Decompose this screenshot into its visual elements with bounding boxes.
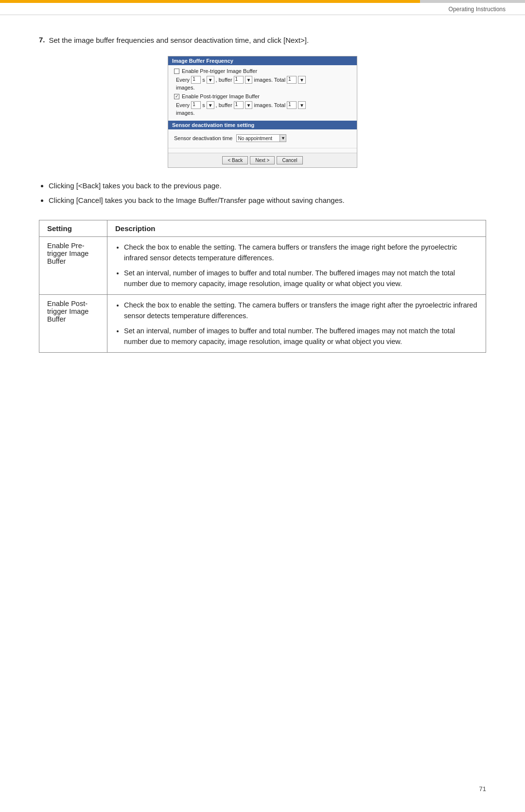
- dialog-section2-header: Sensor deactivation time setting: [168, 121, 357, 129]
- pre-images-row: images.: [174, 85, 351, 90]
- post-every-label: Every: [176, 102, 190, 108]
- dialog-section2-body: Sensor deactivation time No appointment …: [168, 129, 357, 148]
- post-images-suffix: images.: [176, 110, 195, 116]
- post-trigger-checkbox-row: Enable Post-trigger Image Buffer: [174, 93, 351, 99]
- sensor-select-value: No appointment: [238, 136, 272, 141]
- step-number: 7.: [39, 35, 45, 46]
- post-s-label: s: [202, 102, 205, 108]
- pre-interval-input: 1: [191, 76, 201, 84]
- post-images-row: images.: [174, 110, 351, 116]
- table-row: Enable Pre-trigger Image Buffer Check th…: [39, 237, 486, 295]
- sensor-deactivation-label: Sensor deactivation time: [174, 135, 232, 141]
- pre-trigger-label: Enable Pre-trigger Image Buffer: [182, 68, 257, 74]
- post-total-input: 1: [287, 101, 297, 109]
- bullet-1: Clicking [<Back] takes you back to the p…: [49, 180, 486, 192]
- post-trigger-checkbox: [174, 94, 179, 99]
- page-number: 71: [479, 785, 486, 793]
- bullet-2: Clicking [Cancel] takes you back to the …: [49, 194, 486, 207]
- post-s-select: ▼: [207, 101, 214, 109]
- desc-pre-item-2: Set an interval, number of images to buf…: [124, 268, 478, 289]
- post-images-label: images. Total: [254, 102, 285, 108]
- dialog-section1-header: Image Buffer Frequency: [168, 56, 357, 65]
- setting-post-trigger: Enable Post-trigger Image Buffer: [39, 294, 107, 352]
- table-row: Enable Post-trigger Image Buffer Check t…: [39, 294, 486, 352]
- pre-comma-label: , buffer: [216, 77, 232, 83]
- col-description: Description: [107, 220, 486, 237]
- pre-s-label: s: [202, 77, 205, 83]
- pre-trigger-settings-row: Every 1 s ▼ , buffer 1 ▼ images. Total 1…: [174, 76, 351, 84]
- sensor-select-arrow: ▼: [280, 134, 286, 142]
- pre-s-select: ▼: [207, 76, 214, 84]
- post-comma-label: , buffer: [216, 102, 232, 108]
- step-text: Set the image buffer frequencies and sen…: [49, 35, 309, 46]
- dialog-spacer: [168, 148, 357, 153]
- post-total-select: ▼: [298, 101, 306, 109]
- next-button[interactable]: Next >: [250, 156, 275, 164]
- post-buffer-select: ▼: [245, 101, 253, 109]
- pre-buffer-select: ▼: [245, 76, 253, 84]
- pre-total-input: 1: [287, 76, 297, 84]
- setting-pre-trigger: Enable Pre-trigger Image Buffer: [39, 237, 107, 295]
- post-buffer-input: 1: [234, 101, 244, 109]
- settings-table: Setting Description Enable Pre-trigger I…: [39, 220, 486, 353]
- desc-post-item-1: Check the box to enable the setting. The…: [124, 300, 478, 322]
- main-content: 7. Set the image buffer frequencies and …: [0, 15, 525, 382]
- cancel-button[interactable]: Cancel: [277, 156, 302, 164]
- header-title: Operating Instructions: [449, 6, 506, 13]
- post-interval-input: 1: [191, 101, 201, 109]
- post-trigger-settings-row: Every 1 s ▼ , buffer 1 ▼ images. Total 1…: [174, 101, 351, 109]
- pre-images-suffix: images.: [176, 85, 195, 90]
- bullet-list: Clicking [<Back] takes you back to the p…: [49, 180, 486, 206]
- pre-images-label: images. Total: [254, 77, 285, 83]
- description-pre-trigger: Check the box to enable the setting. The…: [107, 237, 486, 295]
- pre-every-label: Every: [176, 77, 190, 83]
- table-header-row: Setting Description: [39, 220, 486, 237]
- sensor-deactivation-row: Sensor deactivation time No appointment …: [174, 132, 351, 144]
- dialog-buttons: < Back Next > Cancel: [168, 153, 357, 167]
- col-setting: Setting: [39, 220, 107, 237]
- header-bar: Operating Instructions: [0, 3, 525, 15]
- dialog-section1-body: Enable Pre-trigger Image Buffer Every 1 …: [168, 65, 357, 121]
- pre-total-select: ▼: [298, 76, 306, 84]
- back-button[interactable]: < Back: [222, 156, 248, 164]
- description-post-trigger-list: Check the box to enable the setting. The…: [115, 300, 478, 347]
- pre-trigger-checkbox: [174, 69, 179, 74]
- desc-pre-item-1: Check the box to enable the setting. The…: [124, 242, 478, 264]
- sensor-select[interactable]: No appointment: [236, 134, 280, 142]
- step-heading: 7. Set the image buffer frequencies and …: [39, 35, 486, 46]
- pre-buffer-input: 1: [234, 76, 244, 84]
- pre-trigger-checkbox-row: Enable Pre-trigger Image Buffer: [174, 68, 351, 74]
- sensor-select-container: No appointment ▼: [236, 134, 286, 142]
- dialog-screenshot: Image Buffer Frequency Enable Pre-trigge…: [168, 56, 357, 168]
- description-pre-trigger-list: Check the box to enable the setting. The…: [115, 242, 478, 289]
- description-post-trigger: Check the box to enable the setting. The…: [107, 294, 486, 352]
- desc-post-item-2: Set an interval, number of images to buf…: [124, 325, 478, 347]
- post-trigger-label: Enable Post-trigger Image Buffer: [182, 93, 260, 99]
